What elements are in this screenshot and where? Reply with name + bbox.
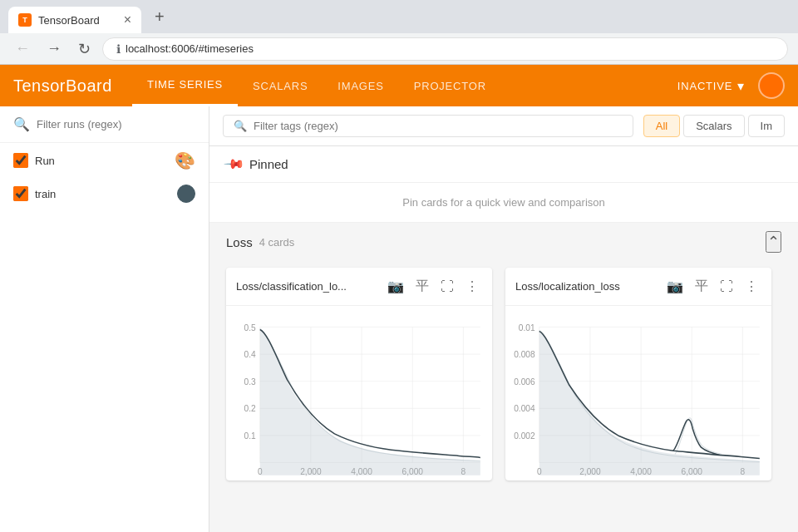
content-area: 🔍 All Scalars Im 📌 Pinned Pin cards for … bbox=[209, 106, 798, 532]
pinned-section-header: 📌 Pinned bbox=[209, 146, 798, 183]
loss-cards-grid: Loss/classification_lo... 📷 平 ⛶ ⋮ bbox=[209, 261, 798, 497]
card-localization-loss-header: Loss/localization_loss 📷 平 ⛶ ⋮ bbox=[505, 268, 771, 306]
card-classification-loss: Loss/classification_lo... 📷 平 ⛶ ⋮ bbox=[226, 268, 492, 480]
tensorboard-app: TensorBoard TIME SERIES SCALARS IMAGES P… bbox=[0, 65, 798, 532]
pinned-placeholder: Pin cards for a quick view and compariso… bbox=[209, 183, 798, 223]
sidebar: 🔍 Run 🎨 train bbox=[0, 106, 209, 532]
top-nav: TensorBoard TIME SERIES SCALARS IMAGES P… bbox=[0, 65, 798, 106]
filter-tags-input[interactable] bbox=[254, 120, 623, 132]
svg-text:0.2: 0.2 bbox=[244, 404, 256, 413]
svg-text:0.002: 0.002 bbox=[514, 431, 535, 441]
svg-text:0.01: 0.01 bbox=[519, 323, 535, 332]
inactive-dropdown[interactable]: INACTIVE ▾ bbox=[664, 71, 758, 101]
filter-runs-input[interactable] bbox=[37, 118, 195, 131]
dropdown-arrow-icon: ▾ bbox=[737, 78, 745, 94]
profile-circle[interactable] bbox=[758, 72, 785, 99]
back-button[interactable]: ← bbox=[10, 38, 35, 59]
new-tab-button[interactable]: + bbox=[148, 4, 171, 30]
card-localization-loss-chart: 0.01 0.008 0.006 0.004 0.002 0 2,000 4,0… bbox=[505, 306, 771, 480]
address-bar[interactable]: ℹ localhost:6006/#timeseries bbox=[102, 37, 788, 61]
reload-button[interactable]: ↻ bbox=[73, 38, 96, 60]
browser-controls: ← → ↻ ℹ localhost:6006/#timeseries bbox=[0, 33, 798, 65]
run-color-circle-train[interactable] bbox=[177, 185, 195, 203]
card-localization-loss-more-btn[interactable]: ⋮ bbox=[741, 276, 761, 297]
pinned-label: Pinned bbox=[249, 157, 288, 171]
loss-section-header: Loss 4 cards ⌃ bbox=[209, 223, 798, 261]
card-classification-loss-chart: 0.5 0.4 0.3 0.2 0.1 0 2,000 4,000 6,000 bbox=[226, 306, 492, 480]
svg-text:0.004: 0.004 bbox=[514, 404, 535, 413]
inactive-label: INACTIVE bbox=[677, 80, 732, 92]
nav-items: TIME SERIES SCALARS IMAGES PROJECTOR bbox=[132, 65, 501, 106]
svg-text:0.5: 0.5 bbox=[244, 323, 256, 332]
run-item-train: train bbox=[0, 178, 209, 209]
pin-icon: 📌 bbox=[223, 153, 246, 176]
svg-text:0.3: 0.3 bbox=[244, 377, 256, 387]
run-label-train: train bbox=[35, 188, 170, 200]
loss-collapse-button[interactable]: ⌃ bbox=[766, 231, 781, 253]
run-label-run: Run bbox=[35, 155, 167, 167]
browser-tabs: T TensorBoard × bbox=[8, 0, 141, 33]
card-classification-loss-expand-btn[interactable]: ⛶ bbox=[437, 276, 457, 297]
loss-section-title: Loss bbox=[226, 235, 253, 249]
nav-item-images[interactable]: IMAGES bbox=[323, 65, 398, 106]
loss-section: Loss 4 cards ⌃ Loss/classification_lo...… bbox=[209, 223, 798, 532]
run-color-palette-run[interactable]: 🎨 bbox=[174, 150, 195, 171]
svg-text:0.1: 0.1 bbox=[244, 431, 256, 441]
nav-right: INACTIVE ▾ bbox=[664, 71, 785, 101]
card-localization-loss-actions: 📷 平 ⛶ ⋮ bbox=[663, 276, 761, 297]
loss-section-count: 4 cards bbox=[259, 236, 295, 249]
run-item-run: Run 🎨 bbox=[0, 143, 209, 178]
browser-chrome: T TensorBoard × + bbox=[0, 0, 798, 33]
svg-text:0.008: 0.008 bbox=[514, 350, 535, 359]
filter-bar: 🔍 All Scalars Im bbox=[209, 106, 798, 146]
localization-loss-svg: 0.01 0.008 0.006 0.004 0.002 0 2,000 4,0… bbox=[505, 309, 768, 480]
tab-close-button[interactable]: × bbox=[124, 12, 131, 27]
nav-item-time-series[interactable]: TIME SERIES bbox=[132, 65, 238, 106]
card-localization-loss: Loss/localization_loss 📷 平 ⛶ ⋮ bbox=[505, 268, 771, 480]
forward-button[interactable]: → bbox=[42, 38, 66, 59]
nav-item-projector[interactable]: PROJECTOR bbox=[399, 65, 501, 106]
card-classification-loss-more-btn[interactable]: ⋮ bbox=[462, 276, 482, 297]
card-classification-loss-pin-btn[interactable]: 平 bbox=[412, 276, 432, 297]
svg-text:0.4: 0.4 bbox=[244, 350, 256, 359]
card-localization-loss-title: Loss/localization_loss bbox=[515, 280, 658, 293]
main-layout: 🔍 Run 🎨 train 🔍 bbox=[0, 106, 798, 532]
run-checkbox-train[interactable] bbox=[13, 186, 28, 201]
brand-logo: TensorBoard bbox=[13, 76, 112, 96]
card-classification-loss-title: Loss/classification_lo... bbox=[236, 280, 379, 293]
tab-favicon: T bbox=[18, 13, 32, 27]
filter-tags-search-icon: 🔍 bbox=[234, 120, 247, 132]
classification-loss-svg: 0.5 0.4 0.3 0.2 0.1 0 2,000 4,000 6,000 bbox=[226, 309, 489, 480]
filter-tags-wrap: 🔍 bbox=[223, 115, 633, 137]
sidebar-filter: 🔍 bbox=[0, 106, 209, 143]
svg-text:0.006: 0.006 bbox=[514, 377, 535, 387]
nav-item-scalars[interactable]: SCALARS bbox=[238, 65, 323, 106]
sidebar-search-icon: 🔍 bbox=[13, 116, 30, 132]
filter-tab-images[interactable]: Im bbox=[748, 115, 785, 137]
card-localization-loss-expand-btn[interactable]: ⛶ bbox=[717, 276, 736, 297]
card-classification-loss-image-btn[interactable]: 📷 bbox=[384, 276, 407, 297]
tab-title: TensorBoard bbox=[38, 14, 100, 27]
active-tab[interactable]: T TensorBoard × bbox=[8, 7, 141, 33]
filter-tab-scalars[interactable]: Scalars bbox=[683, 115, 744, 137]
card-localization-loss-image-btn[interactable]: 📷 bbox=[663, 276, 687, 297]
card-classification-loss-actions: 📷 平 ⛶ ⋮ bbox=[384, 276, 482, 297]
lock-icon: ℹ bbox=[116, 42, 121, 56]
card-localization-loss-pin-btn[interactable]: 平 bbox=[692, 276, 712, 297]
filter-tabs: All Scalars Im bbox=[643, 115, 785, 137]
filter-tab-all[interactable]: All bbox=[643, 115, 680, 137]
card-classification-loss-header: Loss/classification_lo... 📷 平 ⛶ ⋮ bbox=[226, 268, 492, 306]
address-text: localhost:6006/#timeseries bbox=[126, 42, 254, 55]
run-checkbox-run[interactable] bbox=[13, 153, 28, 168]
